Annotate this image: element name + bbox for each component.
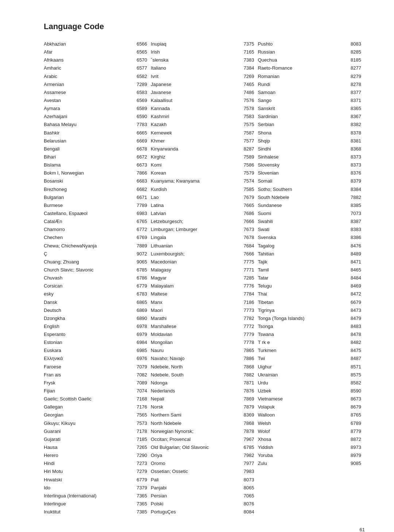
language-name: Dansk: [44, 299, 133, 306]
language-code: 7579: [240, 169, 254, 177]
language-code: 8779: [347, 428, 361, 435]
list-item: Chuang; Zhuang9065: [44, 258, 147, 266]
language-code: 7289: [133, 81, 147, 88]
language-code: 7982: [240, 452, 254, 459]
language-name: Bokm I, Norwegian: [44, 169, 133, 177]
language-code: 6673: [133, 161, 147, 169]
language-code: 8478: [347, 331, 361, 338]
language-name: Castellano, Espaæol: [44, 210, 133, 217]
list-item: Occitan; Provencal7967: [151, 435, 254, 443]
list-item: Sango8371: [258, 97, 361, 105]
language-name: Norwegian Nynorsk;: [151, 428, 240, 435]
language-name: Magyar: [151, 274, 240, 282]
language-code: 8278: [347, 81, 361, 88]
list-item: Oriya7982: [151, 451, 254, 459]
list-item: Kannada7578: [151, 105, 254, 113]
list-item: Latina7665: [151, 202, 254, 210]
list-item: North Ndebele7868: [151, 419, 254, 427]
list-item: Bahasa Melayu7783: [44, 121, 147, 129]
language-code: 8376: [347, 169, 361, 177]
language-code: 8368: [347, 145, 361, 153]
language-name: Interlingua (International): [44, 492, 133, 500]
language-code: 8381: [347, 137, 361, 145]
language-code: 7983: [240, 468, 254, 475]
language-name: Azerhaijani: [44, 113, 133, 120]
language-code: 6984: [133, 339, 147, 346]
language-code: 7384: [240, 64, 254, 72]
language-code: 6672: [133, 153, 147, 161]
language-name: Tatar: [258, 274, 347, 282]
language-code: 8479: [347, 315, 361, 322]
list-item: Hausa7265: [44, 443, 147, 451]
list-item: Kinyarwanda8287: [151, 145, 254, 153]
language-code: 6779: [133, 476, 147, 484]
list-item: Welsh6789: [258, 419, 361, 427]
language-code: 8384: [347, 186, 361, 193]
list-item: Chamorro6772: [44, 226, 147, 234]
list-item: Ç9072: [44, 250, 147, 258]
language-code: 7583: [240, 113, 254, 120]
language-code: 6665: [133, 129, 147, 137]
list-item: Kirghiz7589: [151, 153, 254, 161]
language-code: 7771: [240, 266, 254, 274]
language-name: Gikuyu; Kikuyu: [44, 420, 133, 427]
list-item: Navaho; Navajo7886: [151, 355, 254, 363]
language-code: 8377: [347, 89, 361, 96]
language-name: Khmer: [151, 137, 240, 145]
language-code: 8379: [347, 177, 361, 185]
language-code: 8471: [347, 258, 361, 266]
language-name: Faroese: [44, 363, 133, 371]
language-code: 7882: [240, 371, 254, 379]
language-name: Chewa; ChichewaNyanja: [44, 242, 133, 250]
list-item: Javanese7486: [151, 89, 254, 97]
language-code: 8482: [347, 339, 361, 346]
language-name: Tahitian: [258, 250, 347, 258]
list-item: Amharic6577: [44, 64, 147, 72]
list-item: Walloon8765: [258, 411, 361, 419]
language-name: Lao: [151, 194, 240, 201]
list-item: Kalaallisut7576: [151, 97, 254, 105]
list-item: Georgian7565: [44, 411, 147, 419]
list-item: Hiri Motu7279: [44, 468, 147, 476]
language-name: Walloon: [258, 411, 347, 419]
language-name: Kashmiri: [151, 113, 240, 120]
language-code: 8582: [347, 379, 361, 387]
language-code: 7578: [240, 105, 254, 112]
list-item: Gujarati7185: [44, 435, 147, 443]
language-code: 8765: [347, 411, 361, 419]
language-code: 7585: [240, 186, 254, 193]
language-code: 8277: [347, 64, 361, 72]
language-code: 7876: [240, 387, 254, 395]
language-name: Church Slavic; Slavonic: [44, 266, 133, 274]
language-name: Tajik: [258, 258, 347, 266]
language-code: 7784: [240, 290, 254, 298]
language-name: Letzeburgesch;: [151, 218, 240, 225]
list-item: Maori7773: [151, 306, 254, 314]
list-item: Wolof8779: [258, 427, 361, 435]
language-code: 8373: [347, 161, 361, 169]
list-item: Church Slavic; Slavonic6785: [44, 266, 147, 274]
language-name: Old Bulgarian; Old Slavonic: [151, 444, 240, 451]
language-code: 7586: [240, 161, 254, 169]
language-name: Pushto: [258, 40, 347, 48]
list-item: Italiano7384: [151, 64, 254, 72]
list-item: Ndonga7871: [151, 379, 254, 387]
language-name: Tonga (Tonga Islands): [258, 315, 347, 322]
list-item: Euskara6985: [44, 347, 147, 355]
language-code: 7886: [240, 355, 254, 362]
language-name: Kurdish: [151, 186, 240, 193]
list-item: Luxembourgish;7666: [151, 250, 254, 258]
list-item: Herero7290: [44, 451, 147, 459]
list-item: Interlingue7365: [44, 500, 147, 508]
list-item: Brezhoneg6682: [44, 185, 147, 193]
language-code: 7587: [240, 129, 254, 137]
list-item: Xhosa8872: [258, 435, 361, 443]
language-name: Maltese: [151, 290, 240, 298]
language-name: Kinyarwanda: [151, 145, 240, 153]
language-name: Georgian: [44, 411, 133, 419]
list-item: Fijian7074: [44, 387, 147, 395]
list-item: Arabic6582: [44, 73, 147, 81]
list-item: Dzongkha6890: [44, 314, 147, 322]
language-name: Burmese: [44, 202, 133, 209]
list-item: Norsk7879: [151, 403, 254, 411]
